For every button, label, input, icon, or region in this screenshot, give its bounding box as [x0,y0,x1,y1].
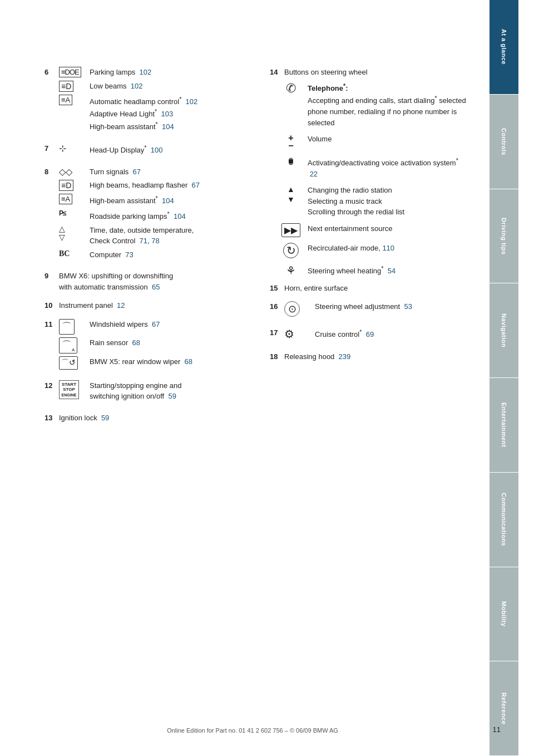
item-low-beams: ≡D Low beams 102 [59,81,242,92]
windshield-wipers-icon-cell: ⌒ [59,319,84,335]
volume-minus-icon: − [288,141,293,150]
hud-icon: ⊹ [59,143,66,154]
high-beam-asst-8-icon: ≡A [59,194,72,204]
computer-text: Computer 73 [90,249,134,261]
high-beam-asst-8-ref[interactable]: 104 [162,197,174,205]
adaptive-head-ref[interactable]: 103 [161,110,174,119]
steering-heat-text: Steering wheel heating* 54 [308,264,467,277]
steering-adj-ref[interactable]: 53 [404,302,412,311]
telephone-icon-cell: ✆ [280,81,302,96]
section-18: 18 Releasing hood 239 [270,351,467,362]
sidebar-tab-communications[interactable]: Communications [490,473,518,567]
section-num-16: 16 [270,302,280,311]
section-17: 17 ⚙ Cruise control* 69 [270,327,467,343]
section-13-ref[interactable]: 59 [101,414,109,422]
high-beams-icon: ≡D [59,180,73,191]
item-check-control: △▽ Time, date, outside temperature, Chec… [59,225,242,247]
high-beam-asst-8-text: High-beam assistant* 104 [90,194,174,207]
item-rain-sensor: ⌒A Rain sensor 68 [59,337,242,354]
start-stop-icon-cell: STARTSTOPENGINE [59,380,84,400]
recirculate-ref[interactable]: 110 [382,244,394,252]
radio-up-icon: ▲ [287,185,295,194]
check-control-ref2[interactable]: 78 [151,237,159,245]
sidebar-tab-reference[interactable]: Reference [490,661,518,756]
roadside-ref[interactable]: 104 [174,212,186,220]
voice-activation-text: Activating/deactivating voice activation… [308,156,467,179]
voice-activation-icon: ⧯ [289,156,294,168]
windshield-wipers-ref[interactable]: 67 [152,320,160,328]
parking-lamps-ref[interactable]: 102 [140,68,152,76]
section-9-ref[interactable]: 65 [152,283,160,291]
check-control-ref1[interactable]: 71 [140,237,147,245]
entertainment-source-icon-cell: ▶▶ [280,223,302,237]
section-14-header: 14 Buttons on steering wheel [270,67,467,78]
voice-activation-ref[interactable]: 22 [310,170,318,178]
rain-sensor-ref[interactable]: 68 [132,338,140,347]
cruise-control-ref[interactable]: 69 [366,331,374,339]
hud-icon-cell: ⊹ [59,143,84,154]
hud-text: Head-Up Display* 100 [90,143,162,156]
steering-heat-icon: ⚘ [286,264,296,277]
two-col-layout: 6 ≡DOE Parking lamps 102 [44,67,467,431]
steering-heat-ref[interactable]: 54 [388,267,395,275]
telephone-icon: ✆ [286,81,296,96]
rain-sensor-text: Rain sensor 68 [90,337,140,348]
section-num-10: 10 [44,301,55,310]
sidebar-tab-at-a-glance[interactable]: At a glance [490,0,518,95]
section-6: 6 ≡DOE Parking lamps 102 [44,67,242,135]
section-10-ref[interactable]: 12 [117,301,125,310]
entertainment-source-text: Next entertainment source [308,223,467,234]
section-15-text: Horn, entire surface [284,283,467,294]
item-hud: ⊹ Head-Up Display* 100 [59,143,242,156]
roadside-icon: P≤ [59,209,66,217]
section-body-12: STARTSTOPENGINE Starting/stopping engine… [59,380,242,405]
roadside-text: Roadside parking lamps* 104 [90,209,186,222]
check-control-icon: △▽ [59,225,65,242]
volume-icons: + − [288,134,293,150]
item-voice-activation: ⧯ Activating/deactivating voice activati… [280,156,467,179]
cruise-control-text: Cruise control* 69 [315,327,374,340]
windshield-wipers-text: Windshield wipers 67 [90,319,160,330]
hud-ref[interactable]: 100 [151,146,163,154]
item-auto-headlamp: ≡A Automatic headlamp control* 102 Adapt… [59,95,242,132]
rear-wiper-ref[interactable]: 68 [185,357,192,366]
auto-headlamp-ref[interactable]: 102 [186,97,198,106]
volume-icon-cell: + − [280,134,302,150]
high-beams-ref[interactable]: 67 [192,181,200,189]
computer-ref[interactable]: 73 [125,251,133,259]
recirculate-icon-cell: ↻ [280,243,302,258]
page-number: 11 [493,725,501,734]
section-13: 13 Ignition lock 59 [44,413,242,424]
section-num-18: 18 [270,352,280,361]
page-wrapper: 6 ≡DOE Parking lamps 102 [0,0,534,756]
rain-sensor-icon: ⌒A [59,337,77,354]
low-beams-ref[interactable]: 102 [131,82,143,90]
start-stop-ref[interactable]: 59 [168,392,176,400]
steering-adj-text: Steering wheel adjustment 53 [315,301,412,312]
section-body-17: ⚙ Cruise control* 69 [284,327,467,343]
section-body-10: Instrument panel 12 [59,300,242,311]
section-8: 8 ◇◇ Turn signals 67 ≡D [44,166,242,263]
sidebar-tab-navigation[interactable]: Navigation [490,283,518,378]
item-computer: BC Computer 73 [59,249,242,261]
radio-music-icon-cell: ▲ ▼ [280,185,302,204]
recirculate-text: Recirculated-air mode, 110 [308,243,467,254]
section-body-16: ⊙ Steering wheel adjustment 53 [284,301,467,320]
sidebar-tab-controls[interactable]: Controls [490,95,518,189]
section-body-7: ⊹ Head-Up Display* 100 [59,143,242,159]
main-content: 6 ≡DOE Parking lamps 102 [0,0,490,756]
section-14-header-text: Buttons on steering wheel [284,67,368,78]
sidebar-tab-mobility[interactable]: Mobility [490,567,518,662]
section-num-17: 17 [270,328,280,337]
section-num-14: 14 [270,68,280,76]
item-high-beams: ≡D High beams, headlamp flasher 67 [59,180,242,191]
cruise-control-icon-cell: ⚙ [284,327,309,341]
section-18-ref[interactable]: 239 [339,352,351,361]
section-num-12: 12 [44,381,55,390]
sidebar-tab-entertainment[interactable]: Entertainment [490,378,518,473]
section-15: 15 Horn, entire surface [270,283,467,294]
recirculate-icon: ↻ [283,243,299,258]
turn-signals-ref[interactable]: 67 [133,168,141,176]
high-beam-asst-ref-6[interactable]: 104 [162,122,174,131]
sidebar-tab-driving-tips[interactable]: Driving tips [490,189,518,284]
